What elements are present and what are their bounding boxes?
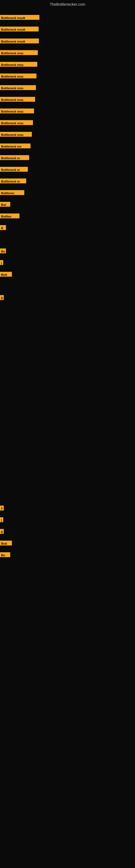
bar-row: Bottleneck result (0, 15, 39, 20)
site-title: TheBottlenecker.com (0, 0, 135, 8)
bar-row: E (0, 529, 4, 534)
bottleneck-result-bar: Bo (0, 552, 10, 557)
bottleneck-result-bar: Bot (0, 202, 10, 207)
bottleneck-result-bar: Bottleneck re (0, 179, 26, 183)
bottleneck-result-bar: Bottleneck result (0, 38, 39, 43)
bar-row: Bottleneck resu (0, 132, 32, 137)
bar-row: Bottleneck result (0, 38, 39, 43)
bottleneck-result-bar: Bottleneck res (0, 144, 31, 148)
bar-row: Bottleneck re (0, 155, 29, 160)
bottleneck-result-bar: F (0, 506, 4, 510)
bar-row: Bottleneck re (0, 179, 26, 183)
bar-row: Bottlen (0, 214, 19, 218)
bar-row: Bottlenec (0, 190, 24, 195)
bottleneck-result-bar: Bottleneck re (0, 155, 29, 160)
bar-row: Bott (0, 540, 12, 546)
bottleneck-result-bar: Bottleneck resu (0, 120, 33, 125)
bar-row: Bot (0, 202, 10, 207)
bar-row: B (0, 225, 6, 230)
bottleneck-result-bar: | (0, 517, 3, 522)
bar-row: | (0, 517, 3, 522)
bottleneck-result-bar: Bottleneck re (0, 167, 28, 172)
bar-row: Bott (0, 272, 12, 277)
bottleneck-result-bar: Bottleneck resu (0, 108, 34, 113)
bar-row: Bottleneck resu (0, 50, 38, 55)
bar-row: Bottleneck re (0, 167, 28, 172)
bottleneck-result-bar: Bottlenec (0, 190, 24, 195)
bottleneck-result-bar: Bottlen (0, 214, 19, 218)
bottleneck-result-bar: Bottleneck resu (0, 62, 37, 67)
bar-row: | (0, 260, 3, 265)
bottleneck-result-bar: Bott (0, 540, 12, 546)
bottleneck-result-bar: Bo (0, 248, 6, 253)
bottleneck-result-bar: Bottleneck resu (0, 73, 37, 79)
bar-row: Bottleneck result (0, 27, 39, 31)
bar-row: Bottleneck resu (0, 85, 36, 90)
bottleneck-result-bar: | (0, 260, 3, 265)
bar-row: Bo (0, 248, 6, 253)
bottleneck-result-bar: Bott (0, 272, 12, 277)
bottleneck-result-bar: B (0, 225, 6, 230)
bar-row: Bottleneck resu (0, 62, 37, 67)
bottleneck-result-bar: Bottleneck resu (0, 132, 32, 137)
bottleneck-result-bar: Bottleneck resu (0, 50, 38, 55)
bar-row: Bottleneck resu (0, 108, 34, 113)
bar-row: Bottleneck resu (0, 120, 33, 125)
bar-row: Bo (0, 552, 10, 557)
bar-row: Bottleneck resu (0, 73, 37, 79)
bar-row: E (0, 295, 4, 300)
bottleneck-result-bar: Bottleneck result (0, 15, 39, 20)
bar-row: Bottleneck resu (0, 97, 35, 102)
bottleneck-result-bar: E (0, 295, 4, 300)
bottleneck-result-bar: Bottleneck resu (0, 97, 35, 102)
bar-row: F (0, 506, 4, 510)
bar-row: Bottleneck res (0, 144, 31, 148)
bottleneck-result-bar: Bottleneck result (0, 27, 39, 31)
bottleneck-result-bar: E (0, 529, 4, 534)
bottleneck-result-bar: Bottleneck resu (0, 85, 36, 90)
